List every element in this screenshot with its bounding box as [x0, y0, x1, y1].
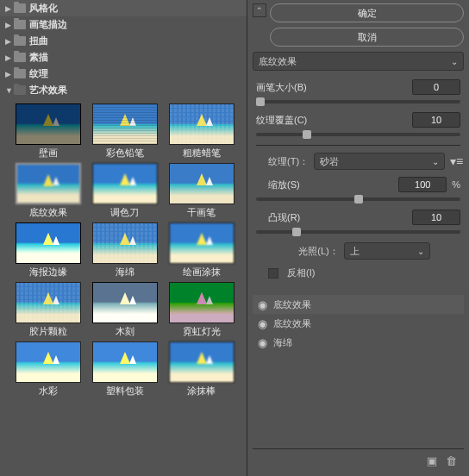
delete-layer-icon[interactable]: 🗑	[446, 454, 457, 467]
relief-slider[interactable]	[256, 230, 460, 234]
scale-input[interactable]	[398, 177, 447, 192]
layer-name: 海绵	[273, 336, 292, 349]
texture-coverage-label: 纹理覆盖(C)	[256, 114, 407, 127]
layer-row[interactable]: ◉海绵	[253, 333, 464, 352]
chevron-down-icon: ⌄	[451, 57, 458, 66]
texture-type-dropdown[interactable]: 砂岩⌄	[314, 153, 445, 170]
relief-input[interactable]	[412, 210, 460, 225]
layer-name: 底纹效果	[273, 298, 311, 311]
category-distort[interactable]: ▶扭曲	[0, 33, 247, 49]
brush-size-label: 画笔大小(B)	[256, 81, 407, 94]
category-brush-strokes[interactable]: ▶画笔描边	[0, 16, 247, 33]
thumb-dry-brush[interactable]: 干画笔	[167, 163, 235, 219]
ok-button[interactable]: 确定	[270, 3, 464, 22]
category-artistic[interactable]: ▼艺术效果	[0, 82, 247, 98]
light-label: 光照(L)：	[298, 245, 338, 258]
thumb-paint-daubs[interactable]: 绘画涂抹	[167, 222, 235, 279]
effect-layers-list: ◉底纹效果 ◉底纹效果 ◉海绵	[253, 295, 464, 448]
thumb-smudge-stick[interactable]: 涂抹棒	[167, 341, 235, 398]
layer-row[interactable]: ◉底纹效果	[253, 295, 464, 314]
filter-category-tree: ▶风格化 ▶画笔描边 ▶扭曲 ▶素描 ▶纹理 ▼艺术效果 壁画 彩色铅笔 粗糙蜡…	[0, 0, 247, 476]
thumb-underpainting[interactable]: 底纹效果	[14, 163, 82, 219]
thumb-cutout[interactable]: 木刻	[91, 282, 159, 338]
cancel-button[interactable]: 取消	[270, 28, 464, 47]
light-dropdown[interactable]: 上⌄	[344, 242, 430, 260]
texture-coverage-slider[interactable]	[256, 133, 460, 136]
visibility-eye-icon[interactable]: ◉	[258, 336, 273, 349]
texture-type-label: 纹理(T)：	[268, 155, 309, 168]
filter-select-dropdown[interactable]: 底纹效果 ⌄	[253, 52, 464, 71]
scale-slider[interactable]	[256, 197, 460, 201]
scale-label: 缩放(S)	[268, 178, 393, 191]
brush-size-input[interactable]	[412, 79, 460, 95]
category-label: 扭曲	[29, 34, 48, 47]
thumb-colored-pencil[interactable]: 彩色铅笔	[91, 103, 159, 160]
thumb-rough-pastels[interactable]: 粗糙蜡笔	[167, 103, 235, 160]
thumb-watercolor[interactable]: 水彩	[14, 341, 82, 398]
filter-thumbnail-grid: 壁画 彩色铅笔 粗糙蜡笔 底纹效果 调色刀 干画笔 海报边缘 海绵 绘画涂抹 胶…	[0, 98, 247, 403]
texture-coverage-input[interactable]	[412, 112, 460, 128]
filter-settings-panel: ⌃ 确定 取消 底纹效果 ⌄ 画笔大小(B) 纹理覆盖(C) 纹理(T)： 砂岩…	[247, 0, 469, 476]
category-label: 纹理	[29, 67, 48, 80]
thumb-sponge[interactable]: 海绵	[91, 222, 159, 279]
visibility-eye-icon[interactable]: ◉	[258, 317, 273, 330]
category-sketch[interactable]: ▶素描	[0, 49, 247, 66]
layer-row[interactable]: ◉底纹效果	[253, 314, 464, 333]
brush-size-slider[interactable]	[256, 100, 460, 103]
new-layer-icon[interactable]: ▣	[427, 454, 437, 467]
visibility-eye-icon[interactable]: ◉	[258, 298, 273, 311]
invert-label: 反相(I)	[287, 266, 315, 279]
layer-name: 底纹效果	[273, 317, 311, 330]
thumb-film-grain[interactable]: 胶片颗粒	[14, 282, 82, 338]
relief-label: 凸现(R)	[268, 211, 407, 224]
thumb-fresco[interactable]: 壁画	[14, 103, 82, 160]
texture-flyout-menu-icon[interactable]: ▾≡	[450, 154, 460, 168]
category-label: 画笔描边	[29, 18, 67, 31]
invert-checkbox[interactable]	[268, 268, 278, 279]
category-label: 艺术效果	[29, 84, 67, 97]
thumb-neon-glow[interactable]: 霓虹灯光	[167, 282, 235, 338]
category-texture[interactable]: ▶纹理	[0, 66, 247, 82]
filter-select-value: 底纹效果	[259, 55, 297, 68]
category-stylize[interactable]: ▶风格化	[0, 0, 247, 16]
chevron-down-icon: ⌄	[417, 247, 424, 256]
category-label: 风格化	[29, 2, 58, 15]
thumb-poster-edges[interactable]: 海报边缘	[14, 222, 82, 279]
thumb-palette-knife[interactable]: 调色刀	[91, 163, 159, 219]
category-label: 素描	[29, 51, 48, 64]
scale-unit: %	[452, 179, 460, 190]
collapse-toggle[interactable]: ⌃	[253, 3, 266, 17]
thumb-plastic-wrap[interactable]: 塑料包装	[91, 341, 159, 398]
chevron-down-icon: ⌄	[432, 157, 439, 166]
